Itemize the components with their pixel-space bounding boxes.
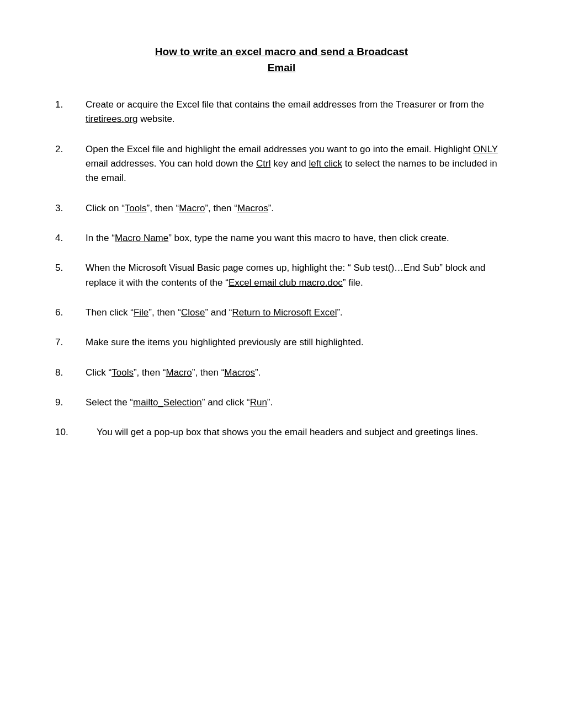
underlined-text: Macros	[237, 203, 268, 213]
list-content: Select the “mailto_Selection” and click …	[86, 395, 508, 410]
instruction-list: 1.Create or acquire the Excel file that …	[55, 98, 508, 440]
normal-text: Then click “	[86, 307, 134, 318]
list-content: Make sure the items you highlighted prev…	[86, 335, 508, 350]
normal-text: Open the Excel file and highlight the em…	[86, 144, 473, 154]
list-item: 7.Make sure the items you highlighted pr…	[55, 335, 508, 350]
list-content: When the Microsoft Visual Basic page com…	[86, 261, 508, 290]
page-title: How to write an excel macro and send a B…	[55, 44, 508, 76]
normal-text: ”.	[255, 367, 261, 378]
list-item: 10.You will get a pop-up box that shows …	[55, 425, 508, 440]
underlined-text: Tools	[125, 203, 147, 213]
underlined-text: left click	[309, 158, 342, 169]
list-item: 5.When the Microsoft Visual Basic page c…	[55, 261, 508, 290]
underlined-text: Run	[250, 397, 267, 408]
underlined-text: tiretirees.org	[86, 114, 137, 124]
list-content: You will get a pop-up box that shows you…	[97, 425, 508, 440]
normal-text: Click on “	[86, 203, 125, 213]
list-item: 4.In the “Macro Name” box, type the name…	[55, 231, 508, 245]
underlined-text: Macro	[166, 367, 192, 378]
list-number: 6.	[55, 306, 86, 320]
list-content: Click “Tools”, then “Macro”, then “Macro…	[86, 366, 508, 380]
normal-text: ” file.	[343, 277, 363, 288]
normal-text: ”, then “	[148, 307, 181, 318]
underlined-text: Tools	[111, 367, 134, 378]
normal-text: ”, then “	[134, 367, 166, 378]
underlined-text: mailto_Selection	[133, 397, 202, 408]
normal-text: ”.	[267, 397, 273, 408]
normal-text: ” and “	[205, 307, 232, 318]
list-number: 5.	[55, 261, 86, 275]
underlined-text: Return to Microsoft Excel	[232, 307, 337, 318]
underlined-text: Macro	[179, 203, 205, 213]
normal-text: ”, then “	[147, 203, 179, 213]
list-item: 6.Then click “File”, then “Close” and “R…	[55, 306, 508, 320]
normal-text: ”, then “	[192, 367, 225, 378]
list-item: 8.Click “Tools”, then “Macro”, then “Mac…	[55, 366, 508, 380]
underlined-text: File	[134, 307, 148, 318]
list-number: 10.	[55, 425, 97, 440]
normal-text: website.	[137, 114, 174, 124]
underlined-text: Ctrl	[256, 158, 270, 169]
list-item: 2.Open the Excel file and highlight the …	[55, 142, 508, 186]
list-number: 8.	[55, 366, 86, 380]
underlined-text: Excel email club macro.doc	[229, 277, 343, 288]
list-number: 7.	[55, 335, 86, 350]
normal-text: ” and click “	[202, 397, 250, 408]
underlined-text: Close	[181, 307, 205, 318]
normal-text: Click “	[86, 367, 111, 378]
list-content: In the “Macro Name” box, type the name y…	[86, 231, 508, 245]
normal-text: Make sure the items you highlighted prev…	[86, 337, 364, 347]
list-content: Create or acquire the Excel file that co…	[86, 98, 508, 127]
list-number: 1.	[55, 98, 86, 112]
normal-text: ”, then “	[205, 203, 237, 213]
list-item: 3.Click on “Tools”, then “Macro”, then “…	[55, 201, 508, 216]
list-content: Then click “File”, then “Close” and “Ret…	[86, 306, 508, 320]
underlined-text: Macros	[224, 367, 255, 378]
list-number: 2.	[55, 142, 86, 157]
list-item: 9.Select the “mailto_Selection” and clic…	[55, 395, 508, 410]
list-content: Open the Excel file and highlight the em…	[86, 142, 508, 186]
normal-text: email addresses. You can hold down the	[86, 158, 256, 169]
normal-text: ”.	[268, 203, 274, 213]
list-content: Click on “Tools”, then “Macro”, then “Ma…	[86, 201, 508, 216]
normal-text: You will get a pop-up box that shows you…	[97, 427, 478, 437]
normal-text: ”.	[337, 307, 342, 318]
list-number: 4.	[55, 231, 86, 245]
list-number: 9.	[55, 395, 86, 410]
normal-text: Create or acquire the Excel file that co…	[86, 99, 484, 110]
normal-text: ” box, type the name you want this macro…	[168, 233, 449, 243]
list-item: 1.Create or acquire the Excel file that …	[55, 98, 508, 127]
normal-text: Select the “	[86, 397, 133, 408]
underlined-text: ONLY	[473, 144, 498, 154]
list-number: 3.	[55, 201, 86, 216]
normal-text: key and	[271, 158, 309, 169]
normal-text: In the “	[86, 233, 115, 243]
underlined-text: Macro Name	[115, 233, 168, 243]
